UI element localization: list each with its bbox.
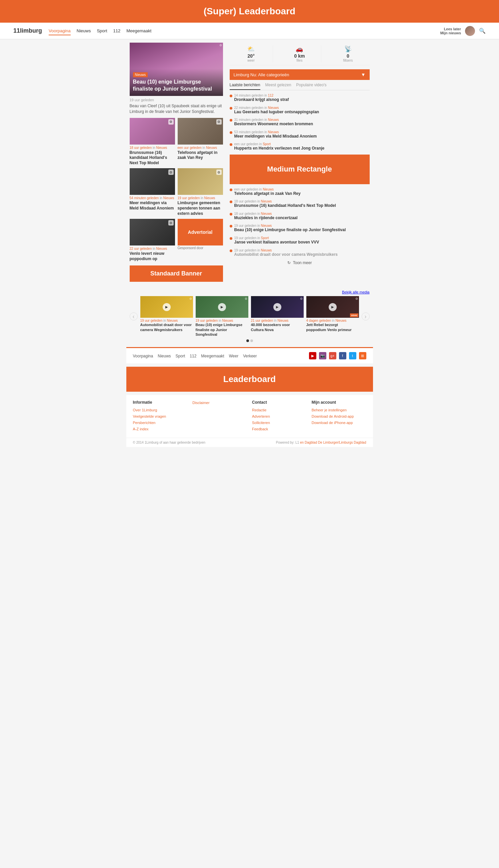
site-logo[interactable]: 11limburg (13, 27, 42, 34)
instagram-icon[interactable]: 📷 (319, 352, 326, 360)
tab-meest-gelezen[interactable]: Meest gelezen (265, 83, 291, 90)
weather-filters: 📡 0 filtsers (326, 45, 369, 62)
footer-link-solliciteren[interactable]: Solliciteren (252, 421, 270, 425)
news-list: 14 minuten geleden in 112 Dronkaard krij… (230, 93, 370, 151)
news-item-title-3[interactable]: Meer meldingen via Meld Misdaad Anoniem (234, 134, 317, 139)
media-title-2[interactable]: 40.000 bezoekers voor Cultura Nova (251, 323, 304, 332)
search-icon[interactable]: 🔍 (479, 28, 486, 34)
article-card-title-4[interactable]: Venlo levert nieuw poppodium op (130, 251, 175, 262)
footer-link-android[interactable]: Download de Android-app (312, 414, 354, 418)
twitter-icon[interactable]: t (349, 352, 356, 360)
footer-link-redactie[interactable]: Redactie (252, 408, 266, 412)
article-meta-3: 19 uur geleden in Nieuws (178, 196, 223, 200)
footer-nav: Voorpagina Nieuws Sport 112 Meegemaakt W… (126, 347, 373, 363)
article-card-title-1[interactable]: Telefoons afgetapt in zaak Van Rey (178, 150, 223, 161)
gear-icon-0[interactable]: ⚙ (168, 119, 174, 125)
media-grid: ▶ ⚙ 19 uur geleden in Nieuws Automobilis… (140, 296, 359, 337)
footer-link-adverteren[interactable]: Adverteren (252, 414, 270, 418)
nav-item-meegemaakt[interactable]: Meegemaakt (126, 28, 151, 33)
footer-nav-verkeer[interactable]: Verkeer (243, 354, 257, 358)
article-card-title-0[interactable]: Brunssumse (16) kandidaat Holland's Next… (130, 150, 175, 166)
hero-image: Nieuws Beau (10) enige Limburgse finalis… (130, 43, 223, 96)
nav-item-sport[interactable]: Sport (97, 28, 107, 33)
news-item-title-5[interactable]: Telefoons afgetapt in zaak Van Rey (234, 191, 301, 197)
news-item-4: een uur geleden in Sport Hupperts en Hen… (230, 142, 370, 151)
gear-icon-1[interactable]: ⚙ (216, 119, 222, 125)
bekijk-alle-media-link[interactable]: Bekijk alle media (342, 290, 370, 294)
media-thumb-0: ▶ ⚙ (140, 296, 193, 318)
footer-nav-nieuws[interactable]: Nieuws (158, 354, 171, 358)
rss-icon[interactable]: ⊞ (359, 352, 366, 360)
settings-icon-m0[interactable]: ⚙ (189, 297, 192, 300)
super-leaderboard-banner: (Super) Leaderboard (0, 0, 499, 23)
footer-partners-link[interactable]: en Dagblad De Limburger/Limburgs Dagblad (300, 441, 366, 444)
news-dot-4 (230, 143, 232, 146)
news-item-1: 22 minuten geleden in Nieuws Lau Geeraet… (230, 106, 370, 115)
youtube-icon[interactable]: ▶ (309, 352, 316, 360)
footer-nav-112[interactable]: 112 (190, 354, 196, 358)
footer-link-az[interactable]: A-Z index (133, 427, 149, 431)
carousel-dot-1[interactable] (246, 339, 249, 342)
footer-link-pers[interactable]: Persberichten (133, 421, 156, 425)
footer-link-disclaimer[interactable]: Disclaimer (192, 401, 209, 405)
gear-icon-3[interactable]: ⚙ (216, 169, 222, 175)
news-item-title-10[interactable]: Automobilist draait door voor camera Weg… (234, 252, 338, 257)
footer-nav-weer[interactable]: Weer (229, 354, 238, 358)
settings-icon-m3[interactable]: ⚙ (355, 297, 358, 300)
article-card-title-2[interactable]: Meer meldingen via Meld Misdaad Anoniem (130, 201, 175, 211)
nav-item-nieuws[interactable]: Nieuws (77, 28, 91, 33)
news-item-title-7[interactable]: Muziekles in rijdende concertzaal (234, 215, 298, 221)
footer-nav-sport[interactable]: Sport (176, 354, 185, 358)
category-dropdown[interactable]: Limburg Nu: Alle categorieën ▼ (230, 69, 370, 80)
footer-link-feedback[interactable]: Feedback (252, 427, 268, 431)
toon-meer-button[interactable]: ↻ Toon meer (230, 261, 370, 265)
media-title-0[interactable]: Automobilist draait door voor camera Weg… (140, 323, 193, 332)
media-thumb-3: ▶ vevo ⚙ (306, 296, 359, 318)
footer-link-instellingen[interactable]: Beheer je instellingen (312, 408, 347, 412)
news-item-title-0[interactable]: Dronkaard krijgt alsnog straf (234, 97, 289, 103)
media-title-3[interactable]: Jett Rebel bezorgt poppodium Venlo prime… (306, 323, 359, 332)
footer-nav-voorpagina[interactable]: Voorpagina (133, 354, 153, 358)
avatar[interactable] (465, 26, 475, 36)
settings-icon-m1[interactable]: ⚙ (245, 297, 247, 300)
play-button-2[interactable]: ▶ (273, 303, 281, 311)
settings-icon-m2[interactable]: ⚙ (300, 297, 303, 300)
carousel-prev-arrow[interactable]: ‹ (130, 312, 138, 320)
facebook-icon[interactable]: f (339, 352, 346, 360)
dropdown-arrow-icon: ▼ (361, 72, 366, 77)
play-button-3[interactable]: ▶ (329, 303, 337, 311)
news-item-title-4[interactable]: Hupperts en Hendrix verliezen met Jong O… (234, 146, 325, 151)
tab-laatste-berichten[interactable]: Laatste berichten (230, 83, 260, 90)
news-item-title-2[interactable]: Bestormers Woonwenz moeten brommen (234, 122, 313, 127)
article-meta-1: een uur geleden in Nieuws (178, 146, 223, 150)
advertorial-banner[interactable]: Advertorial (178, 219, 223, 246)
news-item-title-6[interactable]: Brunssumse (16) kandidaat Holland's Next… (234, 203, 336, 209)
media-title-1[interactable]: Beau (10) enige Limburgse finaliste op J… (196, 323, 248, 337)
news-item-title-1[interactable]: Lau Geeraets had luguber ontsnappingspla… (234, 110, 319, 115)
tab-populaire-videos[interactable]: Populaire video's (296, 83, 327, 90)
gear-icon-4[interactable]: ⚙ (168, 220, 174, 226)
play-button-0[interactable]: ▶ (163, 303, 171, 311)
footer-link-iphone[interactable]: Download de iPhone-app (312, 421, 353, 425)
gear-icon-2[interactable]: ⚙ (168, 169, 174, 175)
media-card-3: ▶ vevo ⚙ 4 dagen geleden in Nieuws Jett … (306, 296, 359, 337)
media-card-1: ▶ ⚙ 19 uur geleden in Nieuws Beau (10) e… (196, 296, 248, 337)
news-dot-2 (230, 119, 232, 122)
settings-icon[interactable]: ⚙ (219, 43, 222, 47)
footer-link-vragen[interactable]: Veelgestelde vragen (133, 414, 166, 418)
googleplus-icon[interactable]: g+ (329, 352, 336, 360)
carousel-next-arrow[interactable]: › (362, 312, 370, 320)
news-item-title-8[interactable]: Beau (10) enige Limburgse finaliste op J… (234, 227, 346, 233)
footer-col-account: Mijn account Beheer je instellingen Down… (312, 400, 366, 433)
article-card-title-3[interactable]: Limburgse gemeenten spenderen tonnen aan… (178, 201, 223, 216)
content-area: Nieuws Beau (10) enige Limburgse finalis… (126, 39, 373, 285)
media-thumb-2: ▶ ⚙ (251, 296, 304, 318)
footer-nav-meegemaakt[interactable]: Meegemaakt (201, 354, 224, 358)
carousel-dot-2[interactable] (250, 339, 253, 342)
nav-item-voorpagina[interactable]: Voorpagina (49, 28, 71, 35)
news-item-title-9[interactable]: Janse verkiest Italiaans avontuur boven … (234, 240, 319, 245)
nav-item-112[interactable]: 112 (113, 28, 121, 33)
play-button-1[interactable]: ▶ (218, 303, 226, 311)
article-grid: ⚙ 18 uur geleden in Nieuws Brunssumse (1… (130, 118, 223, 262)
footer-link-over[interactable]: Over 1Limburg (133, 408, 157, 412)
